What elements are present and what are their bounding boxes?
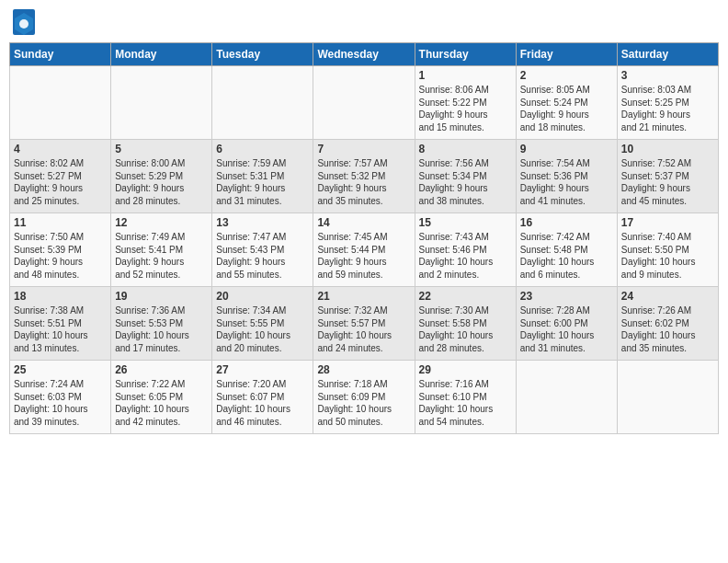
- day-info: Sunrise: 7:49 AMSunset: 5:41 PMDaylight:…: [115, 231, 208, 281]
- day-info: Sunrise: 7:40 AMSunset: 5:50 PMDaylight:…: [621, 231, 714, 281]
- calendar-cell: 5Sunrise: 8:00 AMSunset: 5:29 PMDaylight…: [111, 140, 212, 213]
- calendar-cell: [10, 66, 111, 140]
- day-number: 25: [14, 363, 107, 376]
- day-number: 29: [419, 363, 512, 376]
- calendar-cell: 19Sunrise: 7:36 AMSunset: 5:53 PMDayligh…: [111, 287, 212, 361]
- calendar-cell: 11Sunrise: 7:50 AMSunset: 5:39 PMDayligh…: [10, 213, 111, 287]
- day-number: 2: [520, 69, 613, 82]
- calendar-cell: 7Sunrise: 7:57 AMSunset: 5:32 PMDaylight…: [313, 140, 415, 213]
- day-info: Sunrise: 7:50 AMSunset: 5:39 PMDaylight:…: [14, 231, 107, 281]
- calendar-cell: 27Sunrise: 7:20 AMSunset: 6:07 PMDayligh…: [212, 361, 313, 434]
- calendar-cell: 4Sunrise: 8:02 AMSunset: 5:27 PMDaylight…: [10, 140, 111, 213]
- day-info: Sunrise: 7:22 AMSunset: 6:05 PMDaylight:…: [115, 378, 208, 428]
- day-number: 28: [317, 363, 410, 376]
- day-info: Sunrise: 7:38 AMSunset: 5:51 PMDaylight:…: [14, 304, 107, 354]
- week-row-2: 4Sunrise: 8:02 AMSunset: 5:27 PMDaylight…: [10, 140, 719, 213]
- calendar-cell: [516, 361, 617, 434]
- day-info: Sunrise: 7:32 AMSunset: 5:57 PMDaylight:…: [317, 304, 410, 354]
- calendar-cell: 8Sunrise: 7:56 AMSunset: 5:34 PMDaylight…: [415, 140, 516, 213]
- day-info: Sunrise: 7:34 AMSunset: 5:55 PMDaylight:…: [216, 304, 309, 354]
- day-number: 26: [115, 363, 208, 376]
- calendar-cell: 23Sunrise: 7:28 AMSunset: 6:00 PMDayligh…: [516, 287, 617, 361]
- calendar-cell: 2Sunrise: 8:05 AMSunset: 5:24 PMDaylight…: [516, 66, 617, 140]
- day-info: Sunrise: 7:16 AMSunset: 6:10 PMDaylight:…: [419, 378, 512, 428]
- day-info: Sunrise: 7:18 AMSunset: 6:09 PMDaylight:…: [317, 378, 410, 428]
- day-number: 10: [621, 143, 714, 155]
- day-number: 7: [317, 143, 410, 155]
- day-number: 5: [115, 143, 208, 155]
- calendar-cell: 29Sunrise: 7:16 AMSunset: 6:10 PMDayligh…: [415, 361, 516, 434]
- day-info: Sunrise: 7:24 AMSunset: 6:03 PMDaylight:…: [14, 378, 107, 428]
- logo-icon: [13, 9, 35, 35]
- day-info: Sunrise: 8:05 AMSunset: 5:24 PMDaylight:…: [520, 84, 613, 133]
- day-number: 9: [520, 143, 613, 155]
- day-number: 16: [520, 216, 613, 229]
- day-number: 19: [115, 290, 208, 303]
- day-info: Sunrise: 7:30 AMSunset: 5:58 PMDaylight:…: [419, 304, 512, 354]
- calendar-cell: 16Sunrise: 7:42 AMSunset: 5:48 PMDayligh…: [516, 213, 617, 287]
- day-number: 8: [419, 143, 512, 155]
- day-number: 11: [14, 216, 107, 229]
- calendar-cell: 26Sunrise: 7:22 AMSunset: 6:05 PMDayligh…: [111, 361, 212, 434]
- day-header-friday: Friday: [516, 43, 617, 66]
- calendar-cell: [212, 66, 313, 140]
- calendar-cell: [111, 66, 212, 140]
- day-number: 13: [216, 216, 309, 229]
- day-number: 1: [419, 69, 512, 82]
- day-number: 27: [216, 363, 309, 376]
- calendar-cell: 22Sunrise: 7:30 AMSunset: 5:58 PMDayligh…: [415, 287, 516, 361]
- day-number: 23: [520, 290, 613, 303]
- day-number: 4: [14, 143, 107, 155]
- day-info: Sunrise: 7:54 AMSunset: 5:36 PMDaylight:…: [520, 157, 613, 207]
- calendar-cell: 12Sunrise: 7:49 AMSunset: 5:41 PMDayligh…: [111, 213, 212, 287]
- days-header-row: SundayMondayTuesdayWednesdayThursdayFrid…: [10, 43, 719, 66]
- calendar-cell: 20Sunrise: 7:34 AMSunset: 5:55 PMDayligh…: [212, 287, 313, 361]
- day-number: 17: [621, 216, 714, 229]
- week-row-5: 25Sunrise: 7:24 AMSunset: 6:03 PMDayligh…: [10, 361, 719, 434]
- calendar-cell: 28Sunrise: 7:18 AMSunset: 6:09 PMDayligh…: [313, 361, 415, 434]
- day-info: Sunrise: 7:20 AMSunset: 6:07 PMDaylight:…: [216, 378, 309, 428]
- day-number: 21: [317, 290, 410, 303]
- day-info: Sunrise: 7:57 AMSunset: 5:32 PMDaylight:…: [317, 157, 410, 207]
- day-number: 3: [621, 69, 714, 82]
- day-info: Sunrise: 7:28 AMSunset: 6:00 PMDaylight:…: [520, 304, 613, 354]
- day-header-wednesday: Wednesday: [313, 43, 415, 66]
- day-number: 20: [216, 290, 309, 303]
- logo: [13, 9, 39, 35]
- calendar-cell: 3Sunrise: 8:03 AMSunset: 5:25 PMDaylight…: [617, 66, 718, 140]
- day-number: 15: [419, 216, 512, 229]
- calendar-cell: 6Sunrise: 7:59 AMSunset: 5:31 PMDaylight…: [212, 140, 313, 213]
- calendar-cell: 17Sunrise: 7:40 AMSunset: 5:50 PMDayligh…: [617, 213, 718, 287]
- day-header-monday: Monday: [111, 43, 212, 66]
- day-info: Sunrise: 7:47 AMSunset: 5:43 PMDaylight:…: [216, 231, 309, 281]
- calendar-table: SundayMondayTuesdayWednesdayThursdayFrid…: [9, 42, 719, 434]
- calendar-cell: 24Sunrise: 7:26 AMSunset: 6:02 PMDayligh…: [617, 287, 718, 361]
- calendar-cell: [313, 66, 415, 140]
- svg-point-2: [19, 19, 28, 29]
- calendar-cell: 1Sunrise: 8:06 AMSunset: 5:22 PMDaylight…: [415, 66, 516, 140]
- day-info: Sunrise: 7:26 AMSunset: 6:02 PMDaylight:…: [621, 304, 714, 354]
- day-number: 12: [115, 216, 208, 229]
- calendar-cell: 13Sunrise: 7:47 AMSunset: 5:43 PMDayligh…: [212, 213, 313, 287]
- calendar-cell: [617, 361, 718, 434]
- week-row-4: 18Sunrise: 7:38 AMSunset: 5:51 PMDayligh…: [10, 287, 719, 361]
- day-info: Sunrise: 7:45 AMSunset: 5:44 PMDaylight:…: [317, 231, 410, 281]
- day-number: 14: [317, 216, 410, 229]
- day-info: Sunrise: 8:00 AMSunset: 5:29 PMDaylight:…: [115, 157, 208, 207]
- day-info: Sunrise: 8:03 AMSunset: 5:25 PMDaylight:…: [621, 84, 714, 133]
- day-info: Sunrise: 7:36 AMSunset: 5:53 PMDaylight:…: [115, 304, 208, 354]
- calendar-cell: 18Sunrise: 7:38 AMSunset: 5:51 PMDayligh…: [10, 287, 111, 361]
- day-info: Sunrise: 8:06 AMSunset: 5:22 PMDaylight:…: [419, 84, 512, 133]
- calendar-cell: 10Sunrise: 7:52 AMSunset: 5:37 PMDayligh…: [617, 140, 718, 213]
- day-info: Sunrise: 7:42 AMSunset: 5:48 PMDaylight:…: [520, 231, 613, 281]
- day-header-thursday: Thursday: [415, 43, 516, 66]
- week-row-3: 11Sunrise: 7:50 AMSunset: 5:39 PMDayligh…: [10, 213, 719, 287]
- calendar-cell: 21Sunrise: 7:32 AMSunset: 5:57 PMDayligh…: [313, 287, 415, 361]
- day-info: Sunrise: 8:02 AMSunset: 5:27 PMDaylight:…: [14, 157, 107, 207]
- calendar-cell: 9Sunrise: 7:54 AMSunset: 5:36 PMDaylight…: [516, 140, 617, 213]
- day-header-saturday: Saturday: [617, 43, 718, 66]
- day-number: 6: [216, 143, 309, 155]
- calendar-cell: 14Sunrise: 7:45 AMSunset: 5:44 PMDayligh…: [313, 213, 415, 287]
- page-header: [9, 9, 719, 35]
- day-number: 24: [621, 290, 714, 303]
